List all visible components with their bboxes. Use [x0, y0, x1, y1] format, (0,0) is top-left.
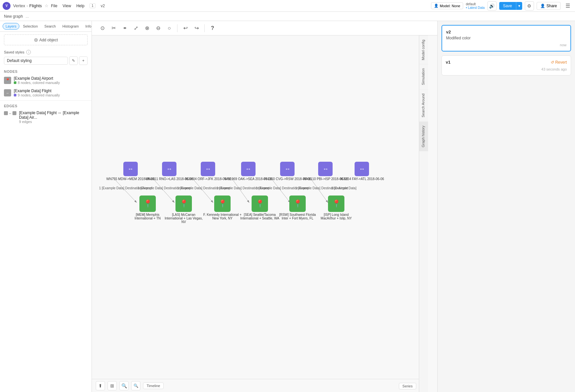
right-tab-graph-history[interactable]: Graph history [419, 121, 428, 151]
airport-node-4[interactable]: 📍 [SEA] Seattle/Tacoma International + S… [240, 196, 279, 220]
tab-info[interactable]: Info [82, 23, 92, 30]
view-menu[interactable]: View [63, 4, 71, 8]
help-menu[interactable]: Help [76, 4, 85, 8]
secondbar: New graph ... [0, 12, 575, 21]
arrows-icon: ↔ [6, 91, 9, 95]
airport-label-3: F. Kennedy International + New York, NY [203, 213, 242, 220]
toolbar-circle-btn[interactable]: ○ [164, 23, 175, 33]
toolbar-connect-btn[interactable]: ⚭ [119, 23, 130, 33]
hamburger-menu-btn[interactable]: ☰ [563, 1, 572, 10]
toolbar-filter-btn[interactable]: ⊗ [142, 23, 152, 33]
version-card-header-v1: v1 ↺ Revert [446, 60, 567, 65]
toolbar-redo-btn[interactable]: ↪ [191, 23, 202, 33]
edge-annotation-7: 1 [Example Data] [331, 186, 357, 190]
breadcrumb: Vertex › Flights ☆ [13, 3, 49, 8]
edge-item-flight-airport[interactable]: ↔ [Example Data] Flight ↔ [Example Data]… [0, 109, 92, 126]
tab-histogram[interactable]: Histogram [59, 23, 82, 30]
left-panel-tabs: Layers Selection Search Histogram Info « [0, 21, 92, 32]
node-sub-flight: 9 nodes, colored manually [14, 93, 60, 97]
airport-node-5[interactable]: 📍 [RSW] Southwest Florida Inter + Fort M… [278, 196, 317, 220]
edge-node-icon-right [12, 111, 16, 115]
toolbar-collapse-btn[interactable]: ⊖ [153, 23, 163, 33]
toolbar-cut-btn[interactable]: ✂ [108, 23, 119, 33]
fit-icon-btn[interactable]: ⊞ [108, 381, 117, 390]
version-card-v1[interactable]: v1 ↺ Revert 43 seconds ago [442, 55, 571, 75]
series-button[interactable]: Series [399, 383, 416, 389]
toolbar-expand-btn[interactable]: ⤢ [131, 23, 141, 33]
version-badge[interactable]: 1 [90, 3, 95, 8]
share-button[interactable]: 👤 Share [537, 2, 561, 10]
style-select[interactable]: Default styling [4, 57, 68, 65]
node-item-flight[interactable]: ↔ [Example Data] Flight 9 nodes, colored… [0, 87, 92, 99]
edge-arrow-icon: ↔ [9, 112, 12, 115]
edge-icon: ↔ [4, 111, 16, 115]
breadcrumb-sep: › [27, 3, 28, 8]
share-label: Share [546, 4, 557, 8]
style-add-button[interactable]: + [79, 56, 88, 65]
edge-info: [Example Data] Flight ↔ [Example Data] A… [19, 111, 88, 124]
right-tab-simulation[interactable]: Simulation [419, 64, 428, 89]
node-info-flight: [Example Data] Flight 9 nodes, colored m… [14, 89, 60, 97]
flight-icon-1: ↔ [123, 162, 138, 176]
add-object-button[interactable]: ⊕ Add object [4, 34, 88, 45]
tab-search[interactable]: Search [41, 23, 59, 30]
file-menu[interactable]: File [51, 4, 57, 8]
toolbar-undo-btn[interactable]: ↩ [180, 23, 191, 33]
revert-button[interactable]: ↺ Revert [551, 60, 567, 65]
airport-icon-6: 📍 [328, 196, 344, 212]
version-card-v2[interactable]: v2 Modified color now [442, 25, 571, 52]
version-time-v1: 43 seconds ago [446, 67, 567, 71]
airport-icon-2: 📍 [175, 196, 192, 212]
add-object-label: Add object [39, 38, 58, 42]
node-sub-text-flight: 9 nodes, colored manually [18, 93, 60, 97]
toolbar-help-btn[interactable]: ? [207, 23, 218, 33]
save-button[interactable]: Save ▾ [499, 2, 522, 10]
right-panel: v2 Modified color now v1 ↺ Revert 43 sec… [437, 21, 575, 392]
main-layout: Layers Selection Search Histogram Info «… [0, 21, 575, 392]
node-name-flight: [Example Data] Flight [14, 89, 60, 93]
model-label: Model: None [440, 4, 460, 8]
node-sub-text-airport: 8 nodes, colored manually [18, 81, 60, 85]
info-icon[interactable]: i [26, 50, 31, 54]
toolbar-cursor-btn[interactable]: ⊙ [97, 23, 108, 33]
airport-node-6[interactable]: 📍 [ISP] Long Island MacArthur + Islip, N… [317, 196, 356, 220]
airport-node-2[interactable]: 📍 [LAS] McCarran International + Las Veg… [164, 196, 203, 224]
flight-icon-7: ↔ [355, 162, 369, 176]
airport-label-4: [SEA] Seattle/Tacoma International + Sea… [240, 213, 279, 220]
breadcrumb-parent[interactable]: Vertex [13, 3, 25, 8]
toolbar-group-1: ⊙ ✂ ⚭ ⤢ ⊗ ⊖ ○ [97, 23, 175, 33]
new-graph-link[interactable]: New graph [4, 14, 23, 19]
zoom-in-btn[interactable]: 🔍 [119, 381, 129, 390]
toolbar-sep-1 [177, 24, 177, 32]
right-tab-model-config[interactable]: Model config [419, 35, 428, 64]
airport-node-3[interactable]: 📍 F. Kennedy International + New York, N… [203, 196, 242, 220]
airport-icon-5: 📍 [289, 196, 306, 212]
style-edit-button[interactable]: ✎ [69, 56, 78, 65]
revert-label: Revert [555, 60, 567, 65]
latest-data-label[interactable]: • Latest Data [466, 6, 484, 10]
graph-canvas-container[interactable]: 1 [Example Data] Destination Airport 1 [… [92, 35, 437, 392]
tab-selection[interactable]: Selection [20, 23, 41, 30]
right-tab-search-around[interactable]: Search Around [419, 89, 428, 121]
speaker-icon-btn[interactable]: 🔊 [487, 1, 497, 10]
save-dropdown-arrow[interactable]: ▾ [516, 2, 522, 10]
settings-icon-btn[interactable]: ⚙ [525, 1, 534, 10]
left-panel: Layers Selection Search Histogram Info «… [0, 21, 92, 392]
model-button[interactable]: 👤 Model: None [431, 2, 463, 9]
zoom-out-btn[interactable]: 🔍 [131, 381, 140, 390]
flight-node-7[interactable]: ↔ 9E5154 FAY->ATL 2018-06-06 [340, 162, 384, 181]
airport-node-1[interactable]: 📍 [MEM] Memphis International + TN [128, 196, 167, 220]
model-person-icon: 👤 [434, 4, 439, 8]
bottom-bar: ⬆ ⊞ 🔍 🔍 Timeline Series [92, 379, 428, 392]
topbar: V Vertex › Flights ☆ File View Help 1 v2… [0, 0, 575, 12]
airport-label-1: [MEM] Memphis International + TN [128, 213, 167, 220]
saved-styles-label: Saved styles [4, 50, 24, 54]
save-label: Save [499, 2, 516, 10]
pin-icon: 📍 [5, 78, 10, 83]
tab-layers[interactable]: Layers [3, 23, 19, 30]
timeline-button[interactable]: Timeline [143, 382, 164, 389]
airport-icon-4: 📍 [252, 196, 268, 212]
export-icon-btn[interactable]: ⬆ [96, 381, 105, 390]
star-icon[interactable]: ☆ [45, 3, 49, 8]
node-item-airport[interactable]: 📍 [Example Data] Airport 8 nodes, colore… [0, 74, 92, 87]
